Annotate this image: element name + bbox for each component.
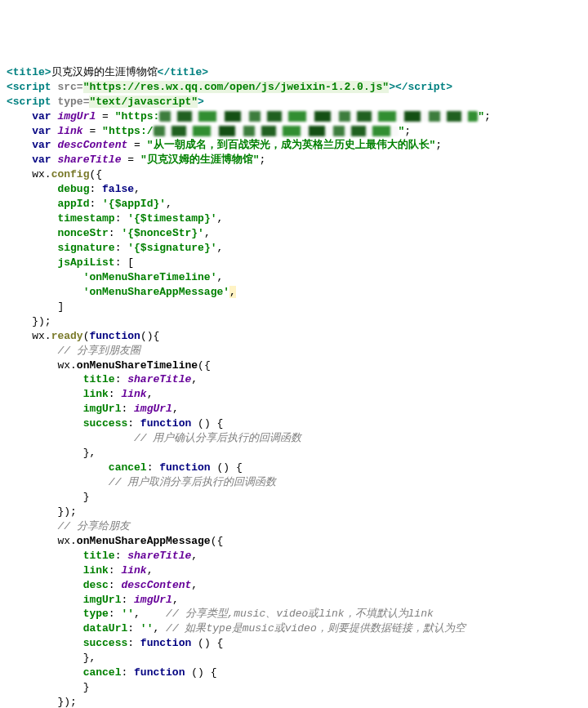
wx-ready: ready xyxy=(51,330,83,342)
fn-timeline: onMenuShareTimeline xyxy=(77,359,198,372)
fn-appmsg: onMenuShareAppMessage xyxy=(77,535,211,547)
title-text: 贝克汉姆的生涯博物馆 xyxy=(51,66,158,78)
imgurl-prefix: "https: xyxy=(115,110,160,122)
wx-config: config xyxy=(51,168,90,180)
comment-timeline: // 分享到朋友圈 xyxy=(57,345,140,357)
script-src: https://res.wx.qq.com/open/js/jweixin-1.… xyxy=(89,81,382,93)
redacted-link xyxy=(154,126,399,136)
redacted-imgurl xyxy=(159,111,478,122)
jsapi-0: 'onMenuShareTimeline' xyxy=(83,271,217,283)
jsapi-1: 'onMenuShareAppMessage' xyxy=(83,286,229,298)
script-type: text/javascript xyxy=(96,96,191,108)
share-title: "贝克汉姆的生涯博物馆" xyxy=(140,154,260,166)
link-prefix: "https:/ xyxy=(102,125,153,137)
desc-content: "从一朝成名，到百战荣光，成为英格兰历史上最伟大的队长" xyxy=(147,139,436,151)
code-block: <title>贝克汉姆的生涯博物馆</title> <script src="h… xyxy=(7,65,581,708)
comment-appmsg: // 分享给朋友 xyxy=(57,520,129,532)
